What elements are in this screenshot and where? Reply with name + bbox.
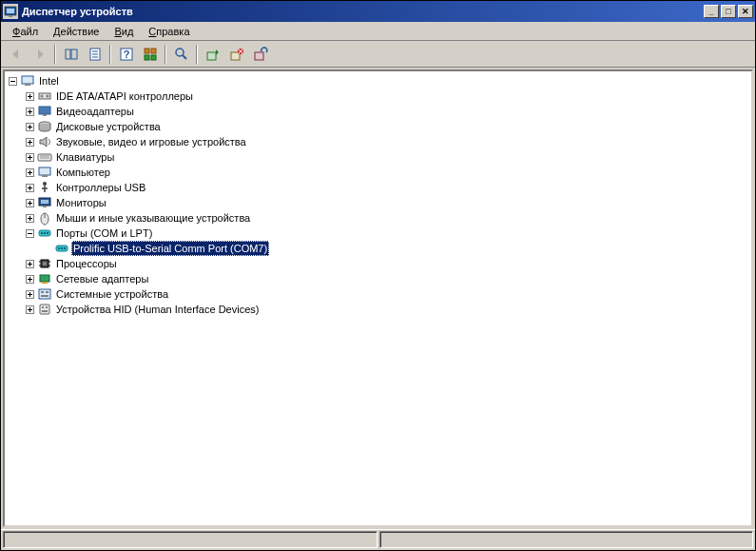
tree-node[interactable]: Клавиатуры <box>5 149 751 165</box>
mouse-icon <box>37 210 52 226</box>
disk-icon <box>37 119 52 134</box>
net-icon <box>37 271 52 286</box>
node-label[interactable]: Устройства HID (Human Interface Devices) <box>54 302 261 317</box>
uninstall-button[interactable] <box>249 44 271 65</box>
tree-node[interactable]: Контроллеры USB <box>5 180 751 195</box>
expand-icon[interactable] <box>26 290 34 299</box>
expand-icon[interactable] <box>26 229 34 238</box>
enable-button[interactable] <box>202 44 223 65</box>
node-label[interactable]: Дисковые устройства <box>54 119 163 134</box>
usb-icon <box>37 180 52 195</box>
hid-icon <box>37 302 52 317</box>
tree-node[interactable]: Дисковые устройства <box>5 119 751 134</box>
menu-file[interactable]: Файл <box>5 24 46 39</box>
tree-node[interactable]: Видеоадаптеры <box>5 104 751 119</box>
svg-rect-67 <box>42 310 48 312</box>
disable-button[interactable] <box>225 44 247 65</box>
minimize-button[interactable]: _ <box>704 5 719 18</box>
status-pane-left <box>3 531 378 548</box>
window-controls: _ □ ✕ <box>704 5 753 18</box>
expand-icon[interactable] <box>26 138 34 147</box>
svg-point-51 <box>64 247 66 249</box>
svg-rect-34 <box>39 167 50 175</box>
node-label[interactable]: Intel <box>37 73 61 89</box>
node-label[interactable]: Клавиатуры <box>54 149 116 165</box>
expand-icon[interactable] <box>26 108 34 116</box>
svg-point-15 <box>176 49 184 56</box>
tree-node[interactable]: Звуковые, видео и игровые устройства <box>5 134 751 149</box>
node-label[interactable]: Компьютер <box>54 165 112 180</box>
expand-icon[interactable] <box>26 153 34 162</box>
node-label[interactable]: IDE ATA/ATAPI контроллеры <box>54 89 195 104</box>
tree-node[interactable]: Мыши и иные указывающие устройства <box>5 210 751 226</box>
port-icon <box>37 226 52 241</box>
expand-icon[interactable] <box>26 123 34 131</box>
tree-node[interactable]: Порты (COM и LPT) <box>5 226 751 241</box>
tree-node[interactable]: IDE ATA/ATAPI контроллеры <box>5 89 751 104</box>
display-icon <box>37 104 52 119</box>
device-tree[interactable]: IntelIDE ATA/ATAPI контроллерыВидеоадапт… <box>3 69 753 527</box>
tree-node[interactable]: Мониторы <box>5 195 751 210</box>
svg-rect-58 <box>40 275 49 282</box>
expand-icon[interactable] <box>26 199 34 207</box>
properties-icon <box>87 47 103 62</box>
tree-node[interactable]: Системные устройства <box>5 286 751 302</box>
svg-rect-12 <box>151 49 156 53</box>
nav-back-button[interactable] <box>5 44 27 65</box>
statusbar <box>1 529 755 548</box>
expand-icon[interactable] <box>9 77 17 86</box>
update-driver-button[interactable] <box>170 44 192 65</box>
svg-point-50 <box>61 247 63 249</box>
maximize-button[interactable]: □ <box>721 5 736 18</box>
svg-point-49 <box>58 247 60 249</box>
tree-node[interactable]: Компьютер <box>5 165 751 180</box>
svg-rect-4 <box>71 49 77 59</box>
node-label[interactable]: Порты (COM и LPT) <box>54 226 154 241</box>
node-label[interactable]: Prolific USB-to-Serial Comm Port (COM7) <box>71 241 269 256</box>
svg-rect-28 <box>39 107 50 114</box>
tree-root-node[interactable]: Intel <box>5 73 751 89</box>
tree-leaf-node[interactable]: Prolific USB-to-Serial Comm Port (COM7) <box>5 241 751 256</box>
expand-icon[interactable] <box>26 168 34 177</box>
disable-icon <box>229 47 244 62</box>
svg-point-36 <box>43 182 47 186</box>
svg-rect-2 <box>9 15 12 17</box>
help-button[interactable]: ? <box>115 44 137 65</box>
svg-rect-29 <box>43 114 47 116</box>
tree-node[interactable]: Устройства HID (Human Interface Devices) <box>5 302 751 317</box>
svg-rect-60 <box>39 289 50 299</box>
expand-icon[interactable] <box>26 260 34 268</box>
expand-icon[interactable] <box>26 92 34 101</box>
menu-view[interactable]: Вид <box>107 24 141 39</box>
expand-icon[interactable] <box>26 214 34 223</box>
expand-icon[interactable] <box>26 305 34 314</box>
search-icon <box>174 47 189 62</box>
svg-rect-1 <box>7 9 14 13</box>
expand-icon[interactable] <box>26 184 34 192</box>
menu-help[interactable]: Справка <box>141 24 197 39</box>
menu-action[interactable]: Действие <box>46 24 107 39</box>
properties-button[interactable] <box>84 44 106 65</box>
node-label[interactable]: Системные устройства <box>54 286 170 302</box>
node-label[interactable]: Контроллеры USB <box>54 180 147 195</box>
arrow-left-icon <box>9 47 24 62</box>
svg-rect-62 <box>46 291 48 293</box>
node-label[interactable]: Видеоадаптеры <box>54 104 136 119</box>
tree-node[interactable]: Сетевые адаптеры <box>5 271 751 286</box>
sound-icon <box>37 134 52 149</box>
svg-rect-13 <box>145 55 149 60</box>
node-label[interactable]: Мониторы <box>54 195 108 210</box>
node-label[interactable]: Звуковые, видео и игровые устройства <box>54 134 248 149</box>
node-label[interactable]: Процессоры <box>54 256 119 271</box>
close-button[interactable]: ✕ <box>738 5 753 18</box>
svg-point-45 <box>41 232 43 234</box>
nav-forward-button[interactable] <box>29 44 50 65</box>
svg-point-47 <box>47 232 48 234</box>
node-label[interactable]: Мыши и иные указывающие устройства <box>54 210 252 226</box>
port-icon <box>54 241 69 256</box>
expand-icon[interactable] <box>26 275 34 284</box>
node-label[interactable]: Сетевые адаптеры <box>54 271 150 286</box>
view-devices-button[interactable] <box>139 44 161 65</box>
tree-node[interactable]: Процессоры <box>5 256 751 271</box>
show-hide-tree-button[interactable] <box>60 44 82 65</box>
